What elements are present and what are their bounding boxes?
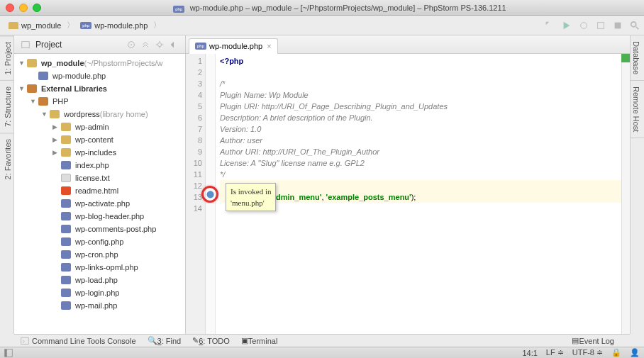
close-window-button[interactable] [6, 4, 14, 12]
folder-icon [9, 22, 18, 29]
editor-body[interactable]: 1234567891011121314 ⬤ <?php /* Plugin Na… [186, 54, 630, 334]
status-bar: 14:1 LF ≑ UTF-8 ≑ 🔒 👤 [0, 347, 644, 358]
tree-item[interactable]: wp-load.php [14, 274, 185, 286]
tool-window-bar: Command Line Tools Console 🔍 3: Find ✎ 6… [14, 334, 630, 347]
php-file-icon: php [173, 6, 184, 13]
tree-item[interactable]: ▶wp-content [14, 133, 185, 146]
tree-item[interactable]: wp-blog-header.php [14, 210, 185, 223]
tree-item[interactable]: license.txt [14, 172, 185, 184]
svg-rect-9 [21, 337, 29, 344]
svg-rect-1 [598, 22, 604, 28]
editor-panel: php wp-module.php × 1234567891011121314 … [186, 35, 630, 334]
editor-tabs: php wp-module.php × [186, 35, 630, 54]
right-tool-tabs: Database Remote Host [630, 35, 644, 334]
annotation-highlight-circle [201, 186, 218, 203]
editor-tab[interactable]: php wp-module.php × [189, 38, 278, 54]
breadcrumb-separator: 〉 [67, 20, 74, 30]
svg-line-4 [636, 26, 639, 29]
tree-item[interactable]: wp-activate.php [14, 197, 185, 210]
error-stripe[interactable] [621, 54, 630, 334]
inspection-status-ok-icon [621, 54, 630, 62]
tree-item[interactable]: ▼PHP [14, 95, 185, 108]
gutter-tooltip: Is invoked in 'menu.php' [226, 183, 276, 211]
minimize-window-button[interactable] [19, 4, 28, 12]
svg-point-8 [157, 43, 161, 46]
todo-tool-tab[interactable]: ✎ 6: TODO [192, 336, 230, 345]
project-view-icon[interactable] [21, 40, 30, 50]
structure-tool-tab[interactable]: 7: Structure [0, 80, 13, 133]
project-tool-tab[interactable]: 1: Project [0, 35, 13, 80]
run-icon[interactable] [562, 21, 572, 30]
scroll-to-source-icon[interactable] [126, 40, 136, 50]
debug-icon[interactable] [579, 21, 589, 30]
event-log-tab[interactable]: ▤ Event Log [572, 336, 614, 345]
make-icon[interactable] [545, 21, 555, 30]
breadcrumb-separator: 〉 [153, 20, 161, 30]
project-panel-title: Project [35, 40, 62, 50]
zoom-window-button[interactable] [33, 4, 41, 12]
svg-point-7 [131, 44, 132, 45]
php-file-icon: php [195, 43, 206, 50]
collapse-all-icon[interactable] [140, 40, 150, 50]
tree-item[interactable]: wp-comments-post.php [14, 223, 185, 235]
command-line-tools-tab[interactable]: Command Line Tools Console [32, 337, 136, 345]
window-titlebar: php wp-module.php – wp_module – [~/Phpst… [0, 0, 644, 16]
tree-item[interactable]: wp-mail.php [14, 299, 185, 312]
hide-panel-icon[interactable] [169, 40, 179, 50]
code-area[interactable]: <?php /* Plugin Name: Wp Module Plugin U… [216, 54, 621, 334]
database-tool-tab[interactable]: Database [631, 35, 644, 81]
close-tab-icon[interactable]: × [267, 42, 271, 50]
editor-tab-label: wp-module.php [209, 42, 262, 50]
tree-item[interactable]: ▼wp_module (~/PhpstormProjects/w [14, 57, 185, 69]
svg-rect-2 [615, 22, 621, 28]
svg-rect-5 [22, 41, 30, 47]
tree-item[interactable]: wp-module.php [14, 69, 185, 82]
tree-item[interactable]: ▼External Libraries [14, 82, 185, 95]
marker-gutter: ⬤ [206, 54, 216, 334]
search-icon[interactable] [630, 21, 640, 30]
tree-item[interactable]: wp-login.php [14, 286, 185, 299]
left-tool-tabs: 1: Project 7: Structure 2: Favorites [0, 35, 14, 334]
coverage-icon[interactable] [596, 21, 606, 30]
hector-icon[interactable]: 👤 [630, 348, 640, 357]
traffic-lights [6, 4, 41, 12]
tool-windows-toggle-icon[interactable] [4, 349, 13, 357]
tree-item[interactable]: ▶wp-admin [14, 121, 185, 133]
svg-rect-11 [5, 349, 7, 357]
line-separator[interactable]: LF ≑ [546, 348, 564, 357]
toolbar-actions [545, 21, 640, 30]
file-encoding[interactable]: UTF-8 ≑ [572, 348, 603, 357]
stop-icon[interactable] [613, 21, 623, 30]
tree-item[interactable]: ▼wordpress (library home) [14, 108, 185, 121]
terminal-tool-tab[interactable]: ▣ Terminal [241, 336, 278, 345]
svg-point-3 [631, 21, 636, 26]
window-title: php wp-module.php – wp_module – [~/Phpst… [41, 3, 638, 13]
lock-icon[interactable]: 🔒 [611, 348, 621, 357]
tree-item[interactable]: wp-config.php [14, 235, 185, 248]
svg-point-0 [581, 22, 587, 28]
cursor-position[interactable]: 14:1 [522, 349, 537, 357]
tree-item[interactable]: wp-cron.php [14, 248, 185, 261]
tree-item[interactable]: index.php [14, 159, 185, 172]
project-panel-header: Project [14, 35, 185, 54]
project-tree[interactable]: ▼wp_module (~/PhpstormProjects/wwp-modul… [14, 54, 185, 334]
breadcrumb-project[interactable]: wp_module [4, 20, 65, 31]
project-panel: Project ▼wp_module (~/PhpstormProjects/w… [14, 35, 186, 334]
php-file-icon: php [80, 22, 91, 29]
find-tool-tab[interactable]: 🔍 3: Find [148, 336, 182, 345]
tree-item[interactable]: wp-links-opml.php [14, 261, 185, 274]
tree-item[interactable]: ▶wp-includes [14, 146, 185, 159]
tree-item[interactable]: readme.html [14, 184, 185, 197]
breadcrumb-file[interactable]: php wp-module.php [76, 20, 152, 31]
main-area: Project ▼wp_module (~/PhpstormProjects/w… [14, 35, 630, 334]
favorites-tool-tab[interactable]: 2: Favorites [0, 133, 13, 185]
remote-host-tool-tab[interactable]: Remote Host [631, 81, 644, 138]
terminal-icon [21, 337, 29, 345]
navigation-bar: wp_module 〉 php wp-module.php 〉 [0, 16, 644, 35]
gear-icon[interactable] [155, 40, 165, 50]
